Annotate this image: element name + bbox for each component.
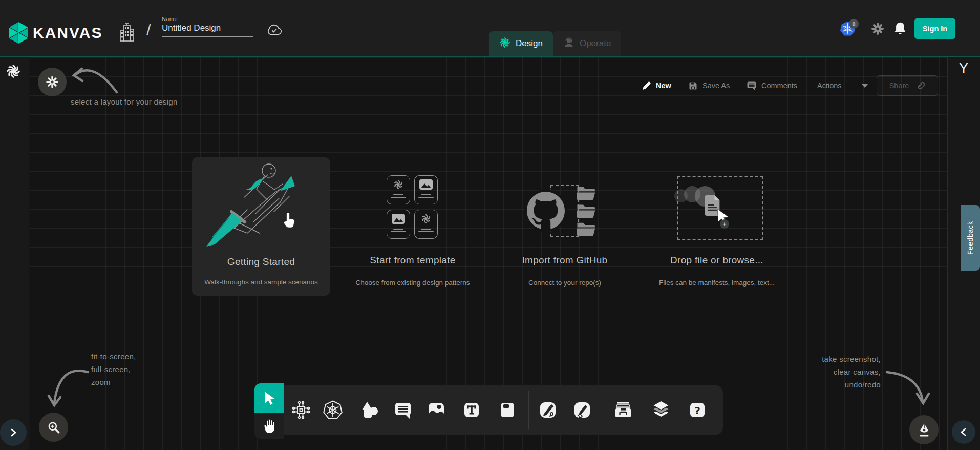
operate-headset-icon bbox=[563, 37, 574, 51]
pointer-tools-column bbox=[254, 383, 284, 439]
select-tool-button[interactable] bbox=[254, 383, 284, 413]
share-link-icon bbox=[915, 80, 925, 91]
drop-file-card-art[interactable]: + bbox=[671, 174, 771, 243]
folders-icon bbox=[577, 186, 596, 237]
save-icon bbox=[688, 81, 698, 91]
chevron-down-icon bbox=[862, 84, 868, 88]
card-title[interactable]: Start from template bbox=[336, 255, 489, 266]
card-subtitle: Files can be manifests, images, text... bbox=[640, 279, 794, 287]
brand-wordmark: KANVAS bbox=[33, 24, 102, 42]
template-thumb bbox=[387, 175, 410, 204]
pen-tool-icon[interactable] bbox=[538, 400, 558, 420]
hand-icon bbox=[263, 419, 276, 433]
cursor-arrow-icon bbox=[263, 392, 275, 405]
kubernetes-context-switcher[interactable]: 0 bbox=[840, 21, 856, 38]
layout-hint-text: select a layout for your design bbox=[71, 97, 178, 106]
left-dock bbox=[0, 57, 29, 450]
pen-nib-icon bbox=[918, 423, 931, 437]
settings-gear-icon[interactable] bbox=[870, 22, 885, 38]
spiral-icon bbox=[393, 179, 404, 190]
collapse-right-panel-button[interactable] bbox=[952, 420, 975, 444]
chevron-right-icon bbox=[9, 428, 18, 437]
kubernetes-tool-icon[interactable] bbox=[323, 400, 343, 420]
share-button[interactable]: Share bbox=[877, 75, 938, 96]
card-title: Getting Started bbox=[192, 256, 330, 268]
github-icon bbox=[527, 192, 565, 230]
getting-started-card[interactable]: Getting Started Walk-throughs and sample… bbox=[192, 157, 330, 296]
bottom-toolbar: ? bbox=[284, 385, 723, 435]
text-tool-icon[interactable] bbox=[461, 400, 482, 420]
pan-tool-button[interactable] bbox=[254, 413, 284, 439]
sticky-note-icon[interactable] bbox=[497, 400, 518, 420]
share-label: Share bbox=[889, 81, 909, 90]
tab-design-label: Design bbox=[516, 38, 543, 49]
zoom-controls-button[interactable] bbox=[39, 413, 68, 442]
tab-operate-label: Operate bbox=[580, 38, 611, 49]
template-thumb bbox=[387, 210, 410, 239]
actions-label: Actions bbox=[817, 81, 842, 90]
components-circuit-icon[interactable] bbox=[291, 400, 311, 420]
card-subtitle: Walk-throughs and sample scenarios bbox=[192, 278, 330, 286]
drawer-icon[interactable] bbox=[613, 400, 633, 420]
layout-asterisk-icon bbox=[46, 75, 59, 89]
rocket-rider-illustration bbox=[202, 160, 320, 252]
comments-icon bbox=[747, 81, 757, 91]
design-name-label: Name bbox=[162, 16, 253, 22]
layout-select-button[interactable] bbox=[38, 68, 67, 96]
new-design-button[interactable]: New bbox=[642, 75, 671, 96]
hand-pointer-cursor bbox=[283, 212, 297, 229]
comments-button[interactable]: Comments bbox=[747, 75, 797, 96]
top-navbar: KANVAS / Name bbox=[0, 0, 980, 56]
chevron-left-icon bbox=[959, 427, 968, 437]
tab-operate[interactable]: Operate bbox=[553, 31, 621, 56]
sketch-pencil-icon[interactable] bbox=[572, 400, 592, 420]
organization-icon[interactable] bbox=[119, 23, 135, 45]
layers-icon[interactable] bbox=[651, 400, 671, 420]
github-card-art[interactable] bbox=[522, 180, 599, 242]
comments-label: Comments bbox=[761, 81, 797, 90]
image-icon bbox=[419, 179, 433, 190]
save-as-label: Save As bbox=[702, 81, 730, 90]
yaml-panel-toggle[interactable]: Y bbox=[947, 60, 980, 76]
context-count-badge: 0 bbox=[849, 19, 859, 29]
template-card-art[interactable] bbox=[387, 175, 438, 239]
new-label: New bbox=[656, 81, 671, 90]
notifications-bell-icon[interactable] bbox=[893, 21, 907, 38]
design-spiral-icon bbox=[499, 37, 510, 51]
kanvas-app: KANVAS / Name bbox=[0, 0, 980, 450]
canvas-actions-hint: take screenshot, clear canvas, undo/redo bbox=[727, 353, 881, 391]
sign-in-button[interactable]: Sign In bbox=[914, 18, 955, 39]
design-name-input[interactable] bbox=[162, 22, 253, 37]
expand-left-panel-button[interactable] bbox=[0, 419, 27, 446]
card-subtitle: Connect to your repo(s) bbox=[488, 279, 642, 287]
image-tool-icon[interactable] bbox=[426, 400, 446, 420]
kanvas-logo-icon[interactable] bbox=[7, 22, 30, 46]
card-title[interactable]: Import from GitHub bbox=[488, 255, 642, 266]
card-subtitle: Choose from existing design patterns bbox=[336, 279, 489, 287]
design-name-field: Name bbox=[162, 16, 253, 37]
help-icon[interactable]: ? bbox=[687, 400, 708, 420]
canvas-tools-button[interactable] bbox=[909, 415, 939, 444]
feedback-button[interactable]: Feedback bbox=[961, 205, 980, 271]
meshery-spiral-icon[interactable] bbox=[6, 64, 21, 81]
comment-tool-icon[interactable] bbox=[393, 400, 413, 420]
tab-design[interactable]: Design bbox=[489, 31, 553, 56]
actions-dropdown[interactable]: Actions bbox=[817, 75, 868, 96]
plus-badge-icon: + bbox=[720, 219, 729, 229]
template-thumb bbox=[414, 210, 438, 239]
mode-tabs: Design Operate bbox=[489, 31, 621, 56]
spiral-icon bbox=[420, 213, 432, 224]
template-thumb bbox=[414, 175, 438, 204]
svg-text:?: ? bbox=[694, 404, 700, 417]
view-controls-hint: fit-to-screen, full-screen, zoom bbox=[91, 350, 136, 388]
zoom-in-icon bbox=[47, 421, 60, 434]
shapes-icon[interactable] bbox=[359, 400, 380, 420]
save-as-button[interactable]: Save As bbox=[688, 75, 730, 96]
image-icon bbox=[391, 213, 406, 224]
pencil-icon bbox=[642, 81, 651, 91]
card-title[interactable]: Drop file or browse... bbox=[640, 255, 794, 266]
breadcrumb-separator: / bbox=[146, 22, 151, 39]
cloud-sync-icon bbox=[265, 23, 284, 40]
